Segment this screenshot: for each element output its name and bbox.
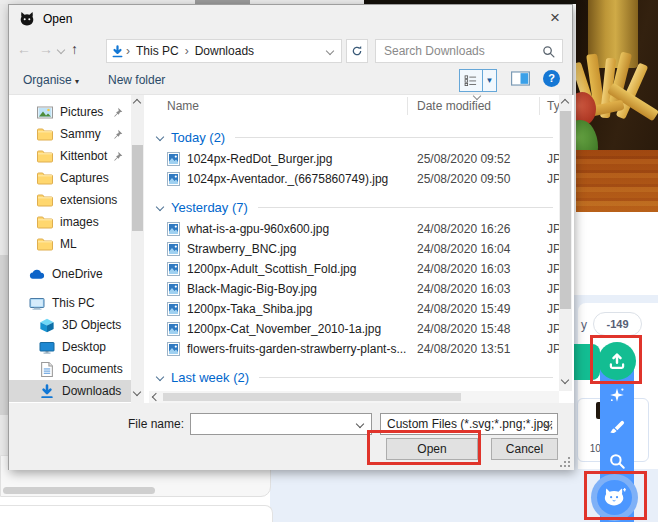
- help-icon[interactable]: ?: [543, 70, 560, 87]
- sprite-y-field[interactable]: -149: [593, 312, 642, 336]
- forward-icon[interactable]: →: [39, 41, 53, 57]
- file-rows: Today (2)1024px-RedDot_Burger.jpg25/08/2…: [149, 117, 559, 389]
- scroll-down-icon[interactable]: [133, 388, 141, 396]
- dialog-footer: File name: Custom Files (*.svg;*.png;*.j…: [9, 403, 574, 470]
- cancel-button[interactable]: Cancel: [491, 438, 558, 460]
- scroll-up-icon[interactable]: [133, 99, 141, 107]
- file-type: JP: [547, 282, 559, 296]
- file-list-hscrollbar[interactable]: [149, 391, 559, 403]
- sidebar-item-extensions[interactable]: extensions: [9, 189, 131, 211]
- file-row-1200px-cat-november-2010-1a-jpg[interactable]: 1200px-Cat_November_2010-1a.jpg24/08/202…: [149, 319, 559, 339]
- file-name-input[interactable]: [195, 416, 353, 432]
- sidebar-item-label: images: [60, 215, 99, 229]
- file-group-header-yesterday-7[interactable]: Yesterday (7): [149, 195, 559, 219]
- file-row-what-is-a-gpu-960x600-jpg[interactable]: what-is-a-gpu-960x600.jpg24/08/2020 16:2…: [149, 219, 559, 239]
- resize-grip[interactable]: [560, 457, 570, 467]
- address-bar[interactable]: › This PC › Downloads: [106, 39, 342, 63]
- scrollbar-thumb[interactable]: [560, 111, 571, 309]
- code-area-hscroll[interactable]: [3, 487, 155, 494]
- file-date-modified: 24/08/2020 16:03: [417, 262, 510, 276]
- sidebar-item-ml[interactable]: ML: [9, 233, 131, 255]
- search-sprite-icon[interactable]: [608, 452, 626, 470]
- file-name-combo: [190, 413, 372, 435]
- preview-pane-icon[interactable]: [511, 71, 530, 87]
- sidebar-item-sammy[interactable]: Sammy: [9, 123, 131, 145]
- scroll-down-icon[interactable]: [561, 376, 569, 384]
- sidebar-item-label: Documents: [62, 362, 123, 376]
- sidebar-item-downloads[interactable]: Downloads: [9, 380, 131, 402]
- new-folder-button[interactable]: New folder: [108, 73, 165, 87]
- scroll-up-icon[interactable]: [561, 99, 569, 107]
- recent-locations-icon[interactable]: [57, 46, 65, 54]
- file-date-modified: 24/08/2020 13:51: [417, 342, 510, 356]
- pictures-icon: [37, 105, 53, 120]
- dialog-titlebar[interactable]: Open ×: [9, 5, 572, 33]
- group-collapse-icon[interactable]: [156, 373, 164, 381]
- column-name[interactable]: Name: [167, 99, 199, 113]
- sidebar-scrollbar[interactable]: [131, 95, 144, 403]
- view-dropdown-icon[interactable]: ▼: [483, 70, 496, 91]
- scrollbar-thumb[interactable]: [163, 393, 461, 401]
- scroll-left-icon[interactable]: [152, 393, 160, 401]
- column-type[interactable]: Ty: [547, 99, 559, 113]
- file-date-modified: 24/08/2020 16:03: [417, 282, 510, 296]
- sidebar-item-3d-objects[interactable]: 3D Objects: [9, 314, 131, 336]
- view-mode-button[interactable]: ▼: [459, 69, 497, 92]
- file-name: Strawberry_BNC.jpg: [187, 242, 296, 256]
- folder-icon: [37, 127, 53, 142]
- file-row-black-magic-big-boy-jpg[interactable]: Black-Magic-Big-Boy.jpg24/08/2020 16:03J…: [149, 279, 559, 299]
- file-group-header-today-2[interactable]: Today (2): [149, 125, 559, 149]
- file-type: JP: [547, 262, 559, 276]
- surprise-icon[interactable]: [608, 386, 626, 404]
- folder-icon: [37, 171, 53, 186]
- column-date-modified[interactable]: Date modified: [417, 99, 491, 113]
- palette-scrollbar[interactable]: [0, 255, 8, 415]
- sidebar-item-this-pc[interactable]: This PC: [9, 292, 131, 314]
- breadcrumb-downloads[interactable]: Downloads: [195, 44, 254, 58]
- up-icon[interactable]: ↑: [71, 41, 78, 57]
- file-name: 1024px-RedDot_Burger.jpg: [187, 152, 332, 166]
- group-collapse-icon[interactable]: [156, 133, 164, 141]
- search-input[interactable]: [384, 42, 534, 60]
- combo-dropdown-icon[interactable]: [356, 420, 364, 428]
- file-date-modified: 24/08/2020 15:49: [417, 302, 510, 316]
- search-icon[interactable]: [542, 45, 555, 58]
- sidebar-item-pictures[interactable]: Pictures: [9, 101, 131, 123]
- folder-icon: [37, 237, 53, 252]
- file-row-1024px-aventador-6675860749-jpg[interactable]: 1024px-Aventador._(6675860749).jpg25/08/…: [149, 169, 559, 189]
- sidebar-item-kittenbot[interactable]: Kittenbot: [9, 145, 131, 167]
- file-row-flowers-fruits-garden-strawberry-plant-s[interactable]: flowers-fruits-garden-strawberry-plant-s…: [149, 339, 559, 359]
- sidebar-item-label: Sammy: [60, 127, 101, 141]
- close-icon[interactable]: ×: [538, 5, 572, 33]
- sidebar-item-desktop[interactable]: Desktop: [9, 336, 131, 358]
- onedrive-icon: [29, 267, 45, 282]
- back-icon[interactable]: ←: [17, 41, 31, 57]
- file-row-1200px-adult-scottish-fold-jpg[interactable]: 1200px-Adult_Scottish_Fold.jpg24/08/2020…: [149, 259, 559, 279]
- stage-lower-area: [573, 212, 658, 295]
- paintbrush-icon[interactable]: [608, 419, 626, 437]
- kittenbot-cat-icon: [19, 11, 35, 27]
- file-list-scrollbar[interactable]: [559, 95, 572, 391]
- file-row-strawberry-bnc-jpg[interactable]: Strawberry_BNC.jpg24/08/2020 16:04JP: [149, 239, 559, 259]
- file-type: JP: [547, 152, 559, 166]
- annotation-upload-button: [590, 335, 642, 384]
- sidebar-item-images[interactable]: images: [9, 211, 131, 233]
- organise-button[interactable]: Organise ▾: [23, 73, 79, 87]
- file-row-1024px-reddot-burger-jpg[interactable]: 1024px-RedDot_Burger.jpg25/08/2020 09:52…: [149, 149, 559, 169]
- refresh-button[interactable]: [346, 39, 368, 63]
- document-icon: [39, 362, 55, 377]
- file-row-1200px-taka-shiba-jpg[interactable]: 1200px-Taka_Shiba.jpg24/08/2020 15:49JP: [149, 299, 559, 319]
- file-group-header-last-week-2[interactable]: Last week (2): [149, 365, 559, 389]
- scrollbar-thumb[interactable]: [132, 145, 143, 231]
- breadcrumb-this-pc[interactable]: This PC: [136, 44, 179, 58]
- address-dropdown-icon[interactable]: [326, 47, 334, 55]
- sidebar-item-onedrive[interactable]: OneDrive: [9, 263, 131, 285]
- file-date-modified: 24/08/2020 15:48: [417, 322, 510, 336]
- sidebar-item-documents[interactable]: Documents: [9, 358, 131, 380]
- command-bar: Organise ▾ New folder ▼ ?: [9, 67, 572, 95]
- sidebar-item-label: Kittenbot: [60, 149, 107, 163]
- list-view-icon[interactable]: [460, 70, 483, 91]
- sidebar-item-captures[interactable]: Captures: [9, 167, 131, 189]
- group-collapse-icon[interactable]: [156, 203, 164, 211]
- desktop-icon: [39, 340, 55, 355]
